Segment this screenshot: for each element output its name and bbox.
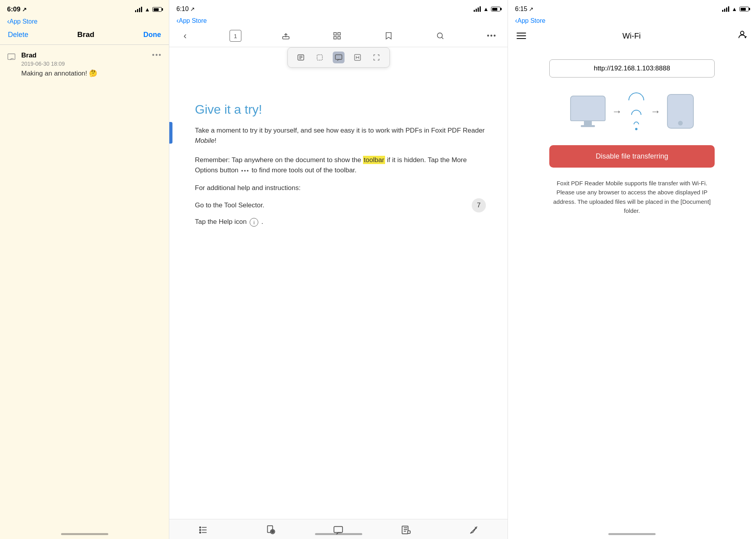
- back-appstore-2[interactable]: ‹ App Store: [176, 17, 207, 25]
- pdf-italic: Mobile: [195, 137, 215, 144]
- note-more-button[interactable]: •••: [152, 51, 162, 59]
- signal-icon-3: [722, 6, 729, 12]
- blue-side-tab[interactable]: [169, 122, 172, 144]
- search-button[interactable]: [433, 29, 447, 43]
- pdf-bottom-toolbar: [169, 519, 508, 539]
- panel3-body: http://192.168.1.103:8888 → →: [508, 48, 756, 539]
- pdf-content-area[interactable]: Give it a try! Take a moment to try it b…: [169, 47, 508, 519]
- annotation-toolbar-popup: [287, 47, 390, 68]
- more-options-button[interactable]: •••: [485, 29, 499, 43]
- battery-icon-1: [152, 7, 162, 12]
- ip-address-display: http://192.168.1.103:8888: [549, 59, 715, 78]
- done-button[interactable]: Done: [143, 31, 161, 39]
- home-indicator-1: [61, 533, 108, 535]
- tablet-icon: [667, 94, 694, 129]
- back-button[interactable]: ‹: [178, 29, 192, 43]
- note-item[interactable]: Brad ••• 2019-06-30 18:09 Making an anno…: [0, 45, 169, 82]
- delete-button[interactable]: Delete: [8, 31, 28, 39]
- help-row-tool-selector: Go to the Tool Selector. 7: [195, 198, 486, 212]
- wifi-diagram-icon: [628, 92, 644, 130]
- note-header: Brad •••: [21, 51, 162, 59]
- svg-point-19: [200, 532, 201, 533]
- rect-select-btn[interactable]: [314, 52, 326, 63]
- wifi-description: Foxit PDF Reader Mobile supports file tr…: [549, 179, 715, 215]
- home-indicator-3: [608, 533, 656, 535]
- status-icons-3: ▲: [722, 6, 749, 12]
- back-appstore-1[interactable]: ‹ App Store: [7, 17, 37, 26]
- svg-rect-24: [402, 526, 408, 534]
- monitor-stand: [584, 121, 592, 125]
- home-indicator-2: [315, 533, 362, 535]
- wifi-icon-1: ▲: [145, 6, 150, 13]
- svg-point-26: [741, 31, 744, 35]
- wifi-icon-3: ▲: [732, 6, 737, 12]
- help-intro: For additional help and instructions:: [195, 184, 486, 192]
- wifi-arc-large: [625, 89, 648, 112]
- monitor-screen: [570, 96, 606, 121]
- type-btn[interactable]: [352, 52, 363, 63]
- markup-tool-button[interactable]: [469, 525, 479, 535]
- edit-tool-button[interactable]: [401, 525, 411, 535]
- help-icon-text: Tap the Help icon i .: [195, 218, 263, 227]
- hamburger-menu-button[interactable]: [517, 33, 526, 39]
- location-arrow-3: ↗: [529, 6, 534, 12]
- pdf-para-2: Remember: Tap anywhere on the document t…: [195, 155, 486, 176]
- note-date: 2019-06-30 18:09: [21, 61, 162, 67]
- svg-rect-25: [408, 531, 411, 533]
- wifi-arcs: [628, 92, 644, 127]
- person-icon-button[interactable]: [737, 30, 747, 42]
- signal-icon-1: [135, 7, 142, 12]
- location-arrow-2: ↗: [190, 6, 195, 12]
- bookmark-button[interactable]: [382, 29, 396, 43]
- list-tool-button[interactable]: [198, 525, 208, 535]
- svg-point-17: [200, 527, 201, 528]
- svg-rect-2: [334, 33, 336, 35]
- svg-rect-3: [338, 33, 340, 35]
- time-1: 6:09: [7, 6, 20, 13]
- page-7-badge: 7: [472, 198, 486, 212]
- text-btn[interactable]: [295, 52, 307, 63]
- disable-transfer-button[interactable]: Disable file transferring: [549, 145, 715, 168]
- status-bar-2: 6:10 ↗ ▲: [169, 0, 508, 16]
- pdf-page-body: Give it a try! Take a moment to try it b…: [169, 79, 508, 244]
- panel1-title: Brad: [77, 30, 94, 39]
- share-button[interactable]: [279, 29, 293, 43]
- note-comment-icon: [7, 53, 16, 63]
- status-bar-3: 6:15 ↗ ▲: [508, 0, 756, 16]
- tablet-home-btn: [678, 121, 683, 126]
- pdf-toolbar: ‹ 1 •••: [169, 26, 508, 47]
- signal-icon-2: [474, 6, 481, 12]
- arrow-right-2-icon: →: [650, 105, 661, 118]
- panel3-title: Wi-Fi: [623, 31, 641, 41]
- battery-icon-2: [491, 7, 500, 11]
- pdf-para-1: Take a moment to try it by yourself, and…: [195, 126, 486, 146]
- svg-rect-5: [338, 37, 340, 39]
- panel-wifi-transfer: 6:15 ↗ ▲ ‹ App Store Wi-Fi: [508, 0, 756, 539]
- wifi-arc-medium: [629, 108, 644, 122]
- svg-rect-11: [317, 55, 322, 60]
- info-icon-circle: i: [250, 218, 258, 227]
- svg-point-22: [271, 530, 274, 533]
- svg-rect-23: [334, 526, 343, 532]
- svg-rect-12: [335, 55, 342, 59]
- note-content: Brad ••• 2019-06-30 18:09 Making an anno…: [21, 51, 162, 78]
- status-bar-1: 6:09 ↗ ▲: [0, 0, 169, 17]
- svg-rect-4: [334, 37, 336, 39]
- expand-btn[interactable]: [371, 52, 382, 63]
- note-text: Making an annotation! 🤔: [21, 69, 162, 78]
- grid-view-button[interactable]: [330, 29, 344, 43]
- transfer-diagram: → →: [570, 89, 694, 134]
- page-number-badge[interactable]: 1: [230, 30, 241, 42]
- wifi-icon-2: ▲: [483, 6, 489, 12]
- svg-point-6: [437, 33, 443, 38]
- comment-btn[interactable]: [333, 52, 345, 63]
- panel1-navbar: Delete Brad Done: [0, 27, 169, 44]
- page-tool-button[interactable]: [266, 525, 276, 535]
- status-icons-2: ▲: [474, 6, 500, 12]
- time-3: 6:15: [515, 6, 527, 13]
- back-appstore-3[interactable]: ‹ App Store: [515, 17, 545, 25]
- monitor-base: [581, 125, 595, 127]
- help-row-help-icon: Tap the Help icon i .: [195, 218, 486, 227]
- battery-icon-3: [739, 7, 749, 11]
- pdf-heading: Give it a try!: [195, 102, 486, 117]
